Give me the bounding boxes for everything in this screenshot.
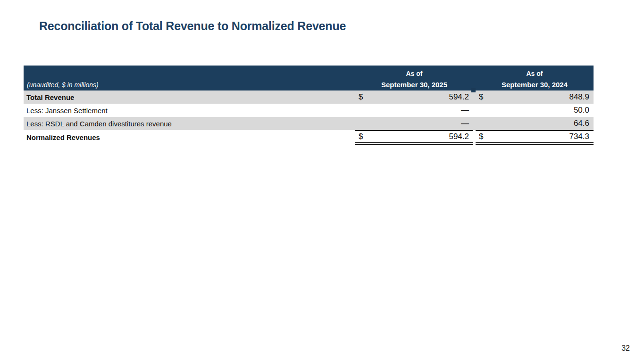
value-2024: 50.0 xyxy=(574,106,589,115)
value-cell-2024: 50.0 xyxy=(476,104,594,117)
value-cell-2025: $ 594.2 xyxy=(355,130,473,145)
table-row-janssen-settlement: Less: Janssen Settlement — 50.0 xyxy=(24,104,594,117)
value-2025: 594.2 xyxy=(449,92,469,102)
value-cell-2024: $ 734.3 xyxy=(476,130,594,145)
header-notch xyxy=(471,88,476,92)
value-2025: — xyxy=(461,106,469,115)
value-2025: — xyxy=(461,119,469,128)
table-header: (unaudited, $ in millions) As of Septemb… xyxy=(24,66,594,90)
value-2024: 848.9 xyxy=(569,92,589,102)
page-number: 32 xyxy=(621,344,630,353)
table-row-rsdl-camden-divestitures: Less: RSDL and Camden divestitures reven… xyxy=(24,117,594,130)
currency-symbol: $ xyxy=(479,132,483,141)
unaudited-note: (unaudited, $ in millions) xyxy=(27,81,99,89)
value-cell-2025: — xyxy=(355,117,473,130)
row-label: Less: RSDL and Camden divestitures reven… xyxy=(24,120,355,128)
slide: Reconciliation of Total Revenue to Norma… xyxy=(0,0,644,362)
value-cell-2025: — xyxy=(355,104,473,117)
asof-label-2025: As of xyxy=(406,70,423,77)
row-label: Less: Janssen Settlement xyxy=(24,107,355,115)
date-label-2024: September 30, 2024 xyxy=(502,81,568,89)
value-2024: 734.3 xyxy=(569,132,589,141)
row-label: Normalized Revenues xyxy=(24,133,355,141)
row-label: Total Revenue xyxy=(24,93,355,101)
column-header-2024: As of September 30, 2024 xyxy=(476,66,594,90)
value-cell-2024: $ 848.9 xyxy=(476,90,594,104)
date-label-2025: September 30, 2025 xyxy=(381,81,447,89)
revenue-reconciliation-table: (unaudited, $ in millions) As of Septemb… xyxy=(24,66,594,145)
currency-symbol: $ xyxy=(479,92,483,102)
column-headers: As of September 30, 2025 As of September… xyxy=(355,66,594,90)
value-2024: 64.6 xyxy=(574,119,589,128)
currency-symbol: $ xyxy=(359,92,363,102)
value-cell-2024: 64.6 xyxy=(476,117,594,130)
column-header-2025: As of September 30, 2025 xyxy=(355,66,473,90)
page-title: Reconciliation of Total Revenue to Norma… xyxy=(39,19,346,33)
asof-label-2024: As of xyxy=(527,70,543,77)
table-row-total-revenue: Total Revenue $ 594.2 $ 848.9 xyxy=(24,90,594,104)
currency-symbol: $ xyxy=(359,132,363,141)
value-2025: 594.2 xyxy=(449,132,469,141)
value-cell-2025: $ 594.2 xyxy=(355,90,473,104)
table-row-normalized-revenues: Normalized Revenues $ 594.2 $ 734.3 xyxy=(24,130,594,145)
